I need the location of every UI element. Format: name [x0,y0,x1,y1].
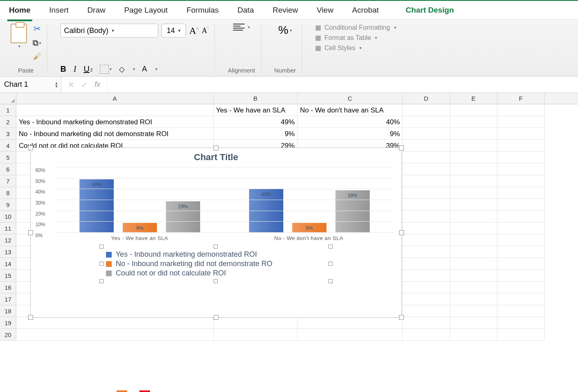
cell-B1[interactable]: Yes - We have an SLA [214,104,298,116]
cell-D19[interactable] [403,317,450,329]
cut-button[interactable]: ✂ [33,24,41,34]
tab-page-layout[interactable]: Page Layout [123,3,170,20]
conditional-formatting-button[interactable]: ▦ Conditional Formatting▾ [315,24,396,31]
row-header-5[interactable]: 5 [0,152,16,163]
cell-A20[interactable] [16,329,214,341]
cell-F12[interactable] [497,234,545,246]
row-header-12[interactable]: 12 [0,234,16,246]
cell-D6[interactable] [403,163,450,175]
cell-F19[interactable] [497,317,545,329]
cell-F1[interactable] [497,104,545,116]
increase-font-button[interactable]: A^ [189,25,199,36]
row-header-20[interactable]: 20 [0,329,16,341]
resize-handle[interactable] [28,230,33,235]
cell-A3[interactable]: No - Inbound marketing did not demonstra… [16,128,214,140]
cell-E2[interactable] [450,116,497,128]
cell-D4[interactable] [403,140,450,152]
cell-B3[interactable]: 9% [214,128,298,140]
cell-D1[interactable] [403,104,450,116]
cell-C2[interactable]: 40% [298,116,403,128]
cell-F16[interactable] [497,282,545,293]
tab-chart-design[interactable]: Chart Design [404,3,455,20]
cell-D2[interactable] [403,116,450,128]
resize-handle[interactable] [214,315,218,320]
decrease-font-button[interactable]: Aˇ [202,26,209,35]
chart-plot-area[interactable]: 49%9%29%40%9%39% 0%10%20%30%40%50%60% [55,167,393,233]
cell-F18[interactable] [497,305,545,317]
row-header-6[interactable]: 6 [0,163,16,175]
row-header-10[interactable]: 10 [0,211,16,222]
tab-view[interactable]: View [315,3,335,20]
cell-E12[interactable] [450,234,497,246]
row-header-9[interactable]: 9 [0,199,16,211]
col-header-D[interactable]: D [403,93,450,104]
font-size-combo[interactable]: 14▾ [161,24,186,37]
row-header-7[interactable]: 7 [0,175,16,187]
resize-handle[interactable] [214,145,218,150]
tab-formulas[interactable]: Formulas [185,3,220,20]
cell-E5[interactable] [450,152,497,163]
cell-E14[interactable] [450,258,497,270]
row-header-14[interactable]: 14 [0,258,16,270]
cell-F4[interactable] [497,140,545,152]
cell-E4[interactable] [450,140,497,152]
formula-input[interactable] [107,77,578,92]
cell-D11[interactable] [403,222,450,234]
select-all-corner[interactable] [0,93,16,104]
cell-D18[interactable] [403,305,450,317]
chart-legend[interactable]: Yes - Inbound marketing demonstrated ROI… [102,247,330,281]
cell-D9[interactable] [403,199,450,211]
enter-formula-button[interactable]: ✓ [81,80,88,90]
row-header-13[interactable]: 13 [0,246,16,258]
bold-button[interactable]: B [60,64,66,74]
cell-D15[interactable] [403,270,450,282]
cell-E15[interactable] [450,270,497,282]
cell-E19[interactable] [450,317,497,329]
cell-E20[interactable] [450,329,497,341]
cell-E18[interactable] [450,305,497,317]
tab-acrobat[interactable]: Acrobat [351,3,380,20]
bar[interactable]: 9% [123,223,157,233]
cell-C19[interactable] [298,317,403,329]
format-as-table-button[interactable]: ▦ Format as Table▾ [315,34,396,42]
cell-E16[interactable] [450,282,497,293]
cell-D12[interactable] [403,234,450,246]
cell-E1[interactable] [450,104,497,116]
cell-styles-button[interactable]: ▦ Cell Styles▾ [315,44,396,52]
cell-D16[interactable] [403,282,450,293]
format-painter-button[interactable]: 🖌 [33,52,41,61]
cell-E11[interactable] [450,222,497,234]
tab-data[interactable]: Data [236,3,256,20]
row-header-3[interactable]: 3 [0,128,16,140]
cell-D7[interactable] [403,175,450,187]
cell-E9[interactable] [450,199,497,211]
cell-D3[interactable] [403,128,450,140]
resize-handle[interactable] [399,315,404,320]
cell-F11[interactable] [497,222,545,234]
col-header-F[interactable]: F [497,93,545,104]
cell-D13[interactable] [403,246,450,258]
bar[interactable]: 39% [335,190,370,233]
font-name-combo[interactable]: Calibri (Body)▾ [60,24,158,37]
tab-draw[interactable]: Draw [86,3,107,20]
cell-D10[interactable] [403,211,450,222]
cell-A19[interactable] [16,317,214,329]
cell-C20[interactable] [298,329,403,341]
borders-button[interactable]: ▾ [100,65,112,74]
resize-handle[interactable] [329,244,333,249]
resize-handle[interactable] [28,315,33,320]
name-box-spinner[interactable]: ▲▼ [55,81,58,88]
row-header-11[interactable]: 11 [0,222,16,234]
cell-C3[interactable]: 9% [298,128,403,140]
resize-handle[interactable] [329,262,333,266]
row-header-17[interactable]: 17 [0,293,16,305]
alignment-button[interactable]: ▾ [233,24,250,31]
cell-F6[interactable] [497,163,545,175]
row-header-4[interactable]: 4 [0,140,16,152]
row-header-19[interactable]: 19 [0,317,16,329]
copy-button[interactable]: ⧉▾ [33,38,41,48]
cell-F14[interactable] [497,258,545,270]
row-header-1[interactable]: 1 [0,104,16,116]
number-format-button[interactable]: %▾ [278,24,292,37]
cell-F20[interactable] [497,329,545,341]
